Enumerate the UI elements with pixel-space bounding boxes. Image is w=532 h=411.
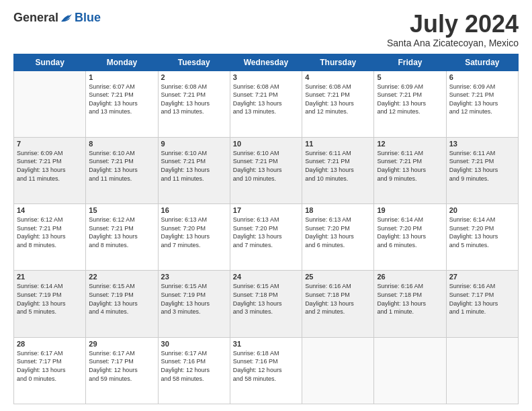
- day-number: 2: [161, 73, 227, 81]
- day-info: Sunrise: 6:18 AM Sunset: 7:16 PM Dayligh…: [233, 349, 299, 383]
- day-info: Sunrise: 6:10 AM Sunset: 7:21 PM Dayligh…: [233, 149, 299, 183]
- calendar-day-cell: 2Sunrise: 6:08 AM Sunset: 7:21 PM Daylig…: [158, 71, 230, 137]
- day-info: Sunrise: 6:17 AM Sunset: 7:17 PM Dayligh…: [17, 349, 83, 383]
- calendar-table: SundayMondayTuesdayWednesdayThursdayFrid…: [13, 54, 519, 404]
- day-number: 9: [161, 140, 227, 148]
- day-number: 4: [305, 73, 371, 81]
- day-info: Sunrise: 6:11 AM Sunset: 7:21 PM Dayligh…: [377, 149, 443, 183]
- calendar-day-cell: 22Sunrise: 6:15 AM Sunset: 7:19 PM Dayli…: [86, 271, 158, 337]
- day-number: 29: [89, 340, 154, 348]
- day-info: Sunrise: 6:09 AM Sunset: 7:21 PM Dayligh…: [17, 149, 83, 183]
- day-info: Sunrise: 6:13 AM Sunset: 7:20 PM Dayligh…: [161, 216, 227, 249]
- calendar-day-cell: 19Sunrise: 6:14 AM Sunset: 7:20 PM Dayli…: [374, 204, 446, 271]
- logo-bird-icon: [60, 12, 75, 24]
- day-info: Sunrise: 6:15 AM Sunset: 7:19 PM Dayligh…: [89, 282, 154, 316]
- calendar-day-header: Wednesday: [230, 54, 302, 71]
- calendar-week-row: 7Sunrise: 6:09 AM Sunset: 7:21 PM Daylig…: [14, 137, 519, 203]
- calendar-day-cell: 7Sunrise: 6:09 AM Sunset: 7:21 PM Daylig…: [14, 137, 86, 203]
- calendar-day-header: Thursday: [302, 54, 374, 71]
- logo-general-text: General: [13, 11, 58, 25]
- calendar-day-cell: 17Sunrise: 6:13 AM Sunset: 7:20 PM Dayli…: [230, 204, 302, 271]
- calendar-day-cell: 26Sunrise: 6:16 AM Sunset: 7:18 PM Dayli…: [374, 271, 446, 337]
- day-number: 6: [449, 73, 515, 81]
- day-number: 24: [233, 273, 299, 281]
- calendar-day-cell: 20Sunrise: 6:14 AM Sunset: 7:20 PM Dayli…: [446, 204, 518, 271]
- calendar-day-cell: 24Sunrise: 6:15 AM Sunset: 7:18 PM Dayli…: [230, 271, 302, 337]
- day-number: 3: [233, 73, 299, 81]
- calendar-day-cell: [302, 337, 374, 404]
- calendar-day-cell: 8Sunrise: 6:10 AM Sunset: 7:21 PM Daylig…: [86, 137, 158, 203]
- calendar-day-cell: 29Sunrise: 6:17 AM Sunset: 7:17 PM Dayli…: [86, 337, 158, 404]
- day-info: Sunrise: 6:13 AM Sunset: 7:20 PM Dayligh…: [305, 216, 371, 249]
- day-info: Sunrise: 6:10 AM Sunset: 7:21 PM Dayligh…: [161, 149, 227, 183]
- day-info: Sunrise: 6:07 AM Sunset: 7:21 PM Dayligh…: [89, 83, 154, 116]
- day-number: 11: [305, 140, 371, 148]
- title-section: July 2024 Santa Ana Zicatecoyan, Mexico: [387, 11, 519, 48]
- logo: General Blue: [13, 11, 101, 25]
- calendar-day-cell: 14Sunrise: 6:12 AM Sunset: 7:21 PM Dayli…: [14, 204, 86, 271]
- calendar-day-header: Monday: [86, 54, 158, 71]
- calendar-day-cell: 23Sunrise: 6:15 AM Sunset: 7:19 PM Dayli…: [158, 271, 230, 337]
- calendar-day-header: Friday: [374, 54, 446, 71]
- calendar-day-cell: 5Sunrise: 6:09 AM Sunset: 7:21 PM Daylig…: [374, 71, 446, 137]
- day-info: Sunrise: 6:10 AM Sunset: 7:21 PM Dayligh…: [89, 149, 154, 183]
- day-info: Sunrise: 6:08 AM Sunset: 7:21 PM Dayligh…: [161, 83, 227, 116]
- day-number: 30: [161, 340, 227, 348]
- calendar-day-cell: 30Sunrise: 6:17 AM Sunset: 7:16 PM Dayli…: [158, 337, 230, 404]
- day-number: 10: [233, 140, 299, 148]
- calendar-day-cell: 13Sunrise: 6:11 AM Sunset: 7:21 PM Dayli…: [446, 137, 518, 203]
- calendar-day-cell: 4Sunrise: 6:08 AM Sunset: 7:21 PM Daylig…: [302, 71, 374, 137]
- calendar-day-cell: 18Sunrise: 6:13 AM Sunset: 7:20 PM Dayli…: [302, 204, 374, 271]
- day-info: Sunrise: 6:12 AM Sunset: 7:21 PM Dayligh…: [17, 216, 83, 249]
- calendar-day-cell: 3Sunrise: 6:08 AM Sunset: 7:21 PM Daylig…: [230, 71, 302, 137]
- day-info: Sunrise: 6:16 AM Sunset: 7:18 PM Dayligh…: [305, 282, 371, 316]
- page: General Blue July 2024 Santa Ana Zicatec…: [0, 0, 532, 411]
- day-number: 14: [17, 206, 83, 214]
- day-info: Sunrise: 6:16 AM Sunset: 7:17 PM Dayligh…: [449, 282, 515, 316]
- day-info: Sunrise: 6:11 AM Sunset: 7:21 PM Dayligh…: [449, 149, 515, 183]
- calendar-day-cell: [446, 337, 518, 404]
- day-number: 31: [233, 340, 299, 348]
- calendar-day-cell: [14, 71, 86, 137]
- calendar-day-cell: 28Sunrise: 6:17 AM Sunset: 7:17 PM Dayli…: [14, 337, 86, 404]
- day-info: Sunrise: 6:09 AM Sunset: 7:21 PM Dayligh…: [377, 83, 443, 116]
- month-title: July 2024: [387, 11, 519, 38]
- day-number: 8: [89, 140, 154, 148]
- day-number: 15: [89, 206, 154, 214]
- day-number: 16: [161, 206, 227, 214]
- calendar-day-cell: 25Sunrise: 6:16 AM Sunset: 7:18 PM Dayli…: [302, 271, 374, 337]
- calendar-week-row: 14Sunrise: 6:12 AM Sunset: 7:21 PM Dayli…: [14, 204, 519, 271]
- day-info: Sunrise: 6:12 AM Sunset: 7:21 PM Dayligh…: [89, 216, 154, 249]
- calendar-day-header: Sunday: [14, 54, 86, 71]
- day-number: 7: [17, 140, 83, 148]
- calendar-day-cell: 31Sunrise: 6:18 AM Sunset: 7:16 PM Dayli…: [230, 337, 302, 404]
- calendar-day-header: Saturday: [446, 54, 518, 71]
- calendar-day-cell: 16Sunrise: 6:13 AM Sunset: 7:20 PM Dayli…: [158, 204, 230, 271]
- day-number: 19: [377, 206, 443, 214]
- day-number: 17: [233, 206, 299, 214]
- day-info: Sunrise: 6:14 AM Sunset: 7:20 PM Dayligh…: [377, 216, 443, 249]
- day-number: 22: [89, 273, 154, 281]
- day-number: 1: [89, 73, 154, 81]
- calendar-day-cell: 12Sunrise: 6:11 AM Sunset: 7:21 PM Dayli…: [374, 137, 446, 203]
- day-info: Sunrise: 6:17 AM Sunset: 7:16 PM Dayligh…: [161, 349, 227, 383]
- day-number: 28: [17, 340, 83, 348]
- calendar-week-row: 28Sunrise: 6:17 AM Sunset: 7:17 PM Dayli…: [14, 337, 519, 404]
- day-info: Sunrise: 6:14 AM Sunset: 7:20 PM Dayligh…: [449, 216, 515, 249]
- day-info: Sunrise: 6:16 AM Sunset: 7:18 PM Dayligh…: [377, 282, 443, 316]
- day-info: Sunrise: 6:13 AM Sunset: 7:20 PM Dayligh…: [233, 216, 299, 249]
- calendar-day-header: Tuesday: [158, 54, 230, 71]
- day-info: Sunrise: 6:08 AM Sunset: 7:21 PM Dayligh…: [305, 83, 371, 116]
- day-number: 18: [305, 206, 371, 214]
- day-number: 13: [449, 140, 515, 148]
- calendar-day-cell: 1Sunrise: 6:07 AM Sunset: 7:21 PM Daylig…: [86, 71, 158, 137]
- calendar-day-cell: 27Sunrise: 6:16 AM Sunset: 7:17 PM Dayli…: [446, 271, 518, 337]
- day-info: Sunrise: 6:17 AM Sunset: 7:17 PM Dayligh…: [89, 349, 154, 383]
- location-title: Santa Ana Zicatecoyan, Mexico: [387, 38, 519, 48]
- calendar-header-row: SundayMondayTuesdayWednesdayThursdayFrid…: [14, 54, 519, 71]
- calendar-day-cell: [374, 337, 446, 404]
- day-number: 12: [377, 140, 443, 148]
- header: General Blue July 2024 Santa Ana Zicatec…: [13, 11, 519, 48]
- calendar-week-row: 1Sunrise: 6:07 AM Sunset: 7:21 PM Daylig…: [14, 71, 519, 137]
- calendar-day-cell: 11Sunrise: 6:11 AM Sunset: 7:21 PM Dayli…: [302, 137, 374, 203]
